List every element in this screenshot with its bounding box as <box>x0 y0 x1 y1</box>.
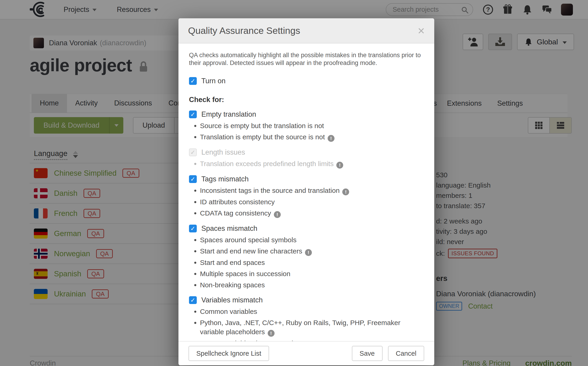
qa-section-checkbox-row[interactable]: ✓Spaces mismatch <box>189 224 424 233</box>
qa-section-checkbox-row[interactable]: ✓Variables mismatch <box>189 296 424 304</box>
qa-check-items: Source is empty but the translation is n… <box>192 121 424 142</box>
save-button[interactable]: Save <box>352 346 382 361</box>
checkbox-checked[interactable]: ✓ <box>189 175 197 183</box>
qa-check-text: Start and end new line characters <box>200 247 302 255</box>
info-icon[interactable]: ! <box>342 189 349 195</box>
qa-settings-modal: Quality Assurance Settings × QA checks a… <box>178 18 434 365</box>
qa-check-item: Spaces around special symbols <box>200 235 415 244</box>
checkbox-checked[interactable]: ✓ <box>189 110 197 118</box>
check-icon: ✓ <box>190 78 195 84</box>
close-icon[interactable]: × <box>418 25 425 37</box>
turn-on-checkbox-row[interactable]: ✓ Turn on <box>189 77 424 85</box>
qa-sections: ✓Empty translationSource is empty but th… <box>189 110 424 341</box>
qa-check-item: Python, Java, .NET, C/C++, Ruby on Rails… <box>200 318 415 337</box>
qa-section-label: Empty translation <box>201 110 256 119</box>
qa-check-text: Source is empty but the translation is n… <box>200 122 324 130</box>
check-icon: ✓ <box>190 149 195 155</box>
qa-check-item: Inconsistent tags in the source and tran… <box>200 186 415 195</box>
qa-check-text: Custom variables (per request) <box>200 339 294 341</box>
modal-body: QA checks automatically highlight all th… <box>178 44 434 341</box>
qa-check-text: Multiple spaces in succession <box>200 270 290 277</box>
checkbox-checked-disabled: ✓ <box>189 148 197 156</box>
info-icon[interactable]: ! <box>336 162 343 168</box>
check-icon: ✓ <box>190 176 195 182</box>
info-icon[interactable]: ! <box>268 330 275 337</box>
turn-on-label: Turn on <box>201 77 226 85</box>
qa-check-text: CDATA tag consistency <box>200 209 271 217</box>
qa-description: QA checks automatically highlight all th… <box>189 51 424 67</box>
qa-section-label: Length issues <box>201 148 245 156</box>
modal-header: Quality Assurance Settings × <box>178 18 434 44</box>
cancel-button[interactable]: Cancel <box>388 346 424 361</box>
info-icon[interactable]: ! <box>328 135 335 142</box>
modal-title: Quality Assurance Settings <box>188 25 300 36</box>
qa-check-item: Common variables <box>200 307 415 316</box>
qa-section-label: Variables mismatch <box>201 296 263 304</box>
qa-section-label: Spaces mismatch <box>201 224 257 233</box>
qa-check-item: Source is empty but the translation is n… <box>200 121 415 130</box>
qa-check-items: Translation exceeds predefined length li… <box>192 159 424 168</box>
qa-check-item: Custom variables (per request)! <box>200 339 415 341</box>
qa-section: ✓Length issuesTranslation exceeds predef… <box>189 148 424 168</box>
qa-check-text: Inconsistent tags in the source and tran… <box>200 187 340 194</box>
qa-section-checkbox-row: ✓Length issues <box>189 148 424 156</box>
qa-check-item: ID attributes consistency <box>200 198 415 206</box>
info-icon[interactable]: ! <box>305 249 312 256</box>
qa-section: ✓Spaces mismatchSpaces around special sy… <box>189 224 424 290</box>
modal-footer: Spellcheck Ignore List Save Cancel <box>178 341 434 365</box>
qa-check-text: Python, Java, .NET, C/C++, Ruby on Rails… <box>200 319 400 336</box>
qa-check-text: Translation is empty but the source is n… <box>200 133 325 141</box>
check-for-heading: Check for: <box>189 96 424 104</box>
qa-check-text: Translation exceeds predefined length li… <box>200 160 334 168</box>
spellcheck-ignore-list-button[interactable]: Spellcheck Ignore List <box>189 346 269 361</box>
qa-check-item: Non-breaking spaces <box>200 281 415 290</box>
qa-check-item: Multiple spaces in succession <box>200 269 415 278</box>
qa-check-text: Common variables <box>200 308 257 315</box>
qa-check-text: Non-breaking spaces <box>200 281 265 289</box>
check-icon: ✓ <box>190 111 195 117</box>
qa-check-items: Common variablesPython, Java, .NET, C/C+… <box>192 307 424 341</box>
qa-section-checkbox-row[interactable]: ✓Tags mismatch <box>189 175 424 183</box>
qa-section: ✓Tags mismatchInconsistent tags in the s… <box>189 175 424 218</box>
qa-section: ✓Empty translationSource is empty but th… <box>189 110 424 142</box>
crowdin-project-page: Projects Resources Search projects ? Dia… <box>0 0 588 366</box>
qa-check-items: Inconsistent tags in the source and tran… <box>192 186 424 218</box>
checkbox-checked[interactable]: ✓ <box>189 77 197 85</box>
check-icon: ✓ <box>190 297 195 303</box>
qa-check-item: CDATA tag consistency! <box>200 209 415 218</box>
qa-check-item: Start and end new line characters! <box>200 247 415 256</box>
qa-check-items: Spaces around special symbolsStart and e… <box>192 235 424 290</box>
qa-check-item: Start and end spaces <box>200 258 415 267</box>
qa-check-text: Spaces around special symbols <box>200 236 297 244</box>
qa-section: ✓Variables mismatchCommon variablesPytho… <box>189 296 424 341</box>
qa-check-item: Translation is empty but the source is n… <box>200 132 415 142</box>
qa-section-label: Tags mismatch <box>201 175 249 183</box>
qa-check-text: ID attributes consistency <box>200 198 275 206</box>
checkbox-checked[interactable]: ✓ <box>189 225 197 232</box>
check-icon: ✓ <box>190 226 195 231</box>
info-icon[interactable]: ! <box>274 211 281 218</box>
qa-check-text: Start and end spaces <box>200 259 265 266</box>
qa-check-item: Translation exceeds predefined length li… <box>200 159 415 168</box>
checkbox-checked[interactable]: ✓ <box>189 296 197 304</box>
qa-section-checkbox-row[interactable]: ✓Empty translation <box>189 110 424 119</box>
